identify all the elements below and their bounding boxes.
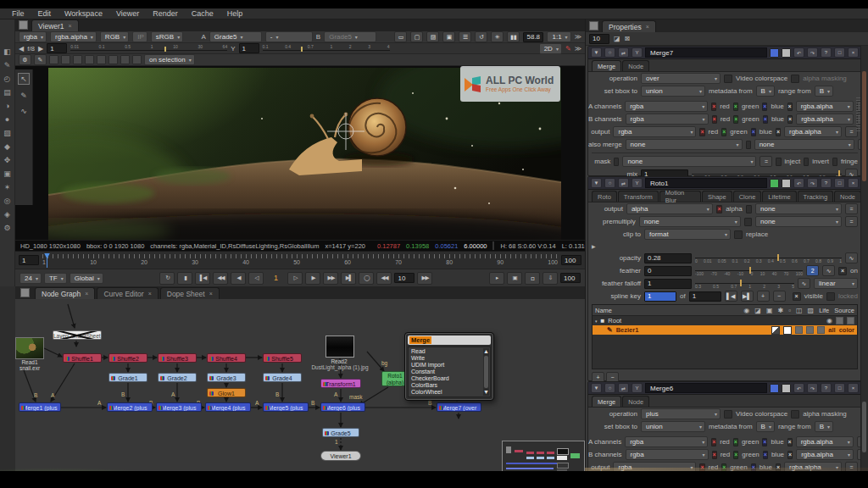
menu-item-write[interactable]: Write (411, 355, 481, 362)
tab-properties[interactable]: Properties (602, 20, 656, 32)
flipbook-icon[interactable]: ▸ (489, 272, 504, 285)
node-tree-icon[interactable]: Y (632, 383, 643, 393)
node-shuffle4[interactable]: Shuffle4 (207, 353, 246, 363)
checkerboard-icon[interactable]: ▨ (426, 31, 439, 42)
channel-set-dropdown[interactable]: rgba▾ (626, 114, 709, 125)
node-shuffle2[interactable]: Shuffle2 (108, 353, 147, 363)
roto-tab[interactable]: Lifetime (762, 191, 796, 202)
overlay-icon[interactable]: ▣ (442, 31, 455, 42)
tool-chip-7[interactable] (120, 55, 130, 64)
prev-key-button[interactable]: ▌◀ (725, 291, 737, 302)
menu-workspace[interactable]: Workspace (64, 9, 103, 18)
node-shuffle3[interactable]: Shuffle3 (158, 353, 197, 363)
menu-item-read[interactable]: Read (411, 348, 481, 355)
node-merge2[interactable]: Merge2 (plus (107, 402, 153, 412)
premult-checkbox[interactable]: × (744, 218, 752, 226)
pause-icon[interactable]: ▮▮ (507, 31, 520, 42)
range-start-field[interactable]: 1 (19, 255, 39, 265)
roto-tab[interactable]: Tracking (798, 191, 833, 202)
channel-set-dropdown[interactable]: rgba▾ (625, 436, 708, 447)
aux-dropdown[interactable]: none▾ (755, 203, 842, 214)
max-panels-field[interactable]: 10 (589, 34, 609, 44)
node-name-field[interactable]: Merge7 (645, 47, 767, 58)
feather-slider[interactable]: -100-70-40-100104070100 (695, 266, 803, 275)
close-panel-icon[interactable]: × (848, 383, 859, 393)
roto-tab[interactable]: Transform (618, 191, 659, 202)
range-end-field[interactable]: 100 (561, 255, 581, 265)
node-merge4[interactable]: Merge4 (plus (205, 402, 251, 412)
close-tab-icon[interactable] (69, 23, 72, 29)
prev-stop-icon[interactable]: ◀ (19, 45, 24, 53)
wipe-icon[interactable]: ▢ (410, 31, 423, 42)
menu-edit[interactable]: Edit (38, 9, 52, 18)
curve-icon[interactable]: ∿ (845, 252, 858, 263)
clear-panels-icon[interactable]: ⊠ (625, 35, 631, 42)
total-frames-field[interactable]: 100 (560, 273, 581, 283)
video-colorspace-checkbox[interactable]: × (724, 410, 732, 419)
red-checkbox[interactable]: × (711, 438, 716, 446)
help-icon[interactable]: ? (821, 383, 832, 393)
roto-tab[interactable]: Node (834, 191, 861, 202)
curve-tool-icon[interactable]: ∿ (20, 107, 27, 115)
range-dropdown[interactable]: B▾ (815, 421, 833, 432)
timeline-mode-dropdown[interactable]: TF▾ (44, 273, 67, 284)
curve-icon[interactable]: ∿ (822, 265, 835, 276)
toolbar-icon[interactable]: ◆ (4, 143, 10, 151)
nodegraph-canvas[interactable]: B A A B B A B A A B B A mask bg B A 1 La… (15, 299, 585, 471)
equals-button[interactable]: = (845, 203, 858, 214)
falloff-slider[interactable]: 0.30.50.71235 (695, 279, 794, 288)
node-merge7[interactable]: Merge7 (over (437, 402, 481, 412)
operation-dropdown[interactable]: plus▾ (641, 408, 721, 419)
equals-button[interactable]: = (760, 156, 772, 167)
channel-set-dropdown[interactable]: rgba▾ (626, 449, 709, 460)
tool-chip-2[interactable] (61, 55, 70, 64)
fullscreen-icon[interactable]: ▣ (507, 272, 522, 285)
red-checkbox[interactable]: × (712, 451, 717, 459)
toolbar-icon[interactable]: ◑ (5, 103, 9, 110)
tool-chip-3[interactable] (73, 55, 82, 64)
properties-scrollbar[interactable] (860, 46, 868, 471)
tab-curve-editor[interactable]: Curve Editor (97, 287, 158, 299)
video-colorspace-checkbox[interactable]: × (724, 75, 732, 83)
tab-dope-sheet[interactable]: Dope Sheet (160, 287, 220, 299)
tab-viewer1[interactable]: Viewer1 (31, 19, 79, 31)
tab-node[interactable]: Node (622, 60, 649, 71)
stop-button[interactable]: ◯ (359, 272, 374, 285)
alpha-channel-dropdown[interactable]: rgba.alpha▾ (796, 101, 854, 112)
close-panel-icon[interactable]: × (848, 178, 859, 188)
menu-file[interactable]: File (12, 9, 25, 18)
toolbar-icon[interactable]: ● (5, 116, 9, 124)
expander-icon[interactable]: ▶ (588, 243, 596, 249)
toolbar-icon[interactable]: ▤ (3, 89, 11, 97)
tab-node-graph[interactable]: Node Graph (35, 287, 95, 299)
alpha-checkbox[interactable]: × (776, 128, 781, 136)
green-checkbox[interactable]: × (721, 128, 726, 136)
fringe-checkbox[interactable]: × (832, 158, 837, 166)
nodegraph-minimap[interactable] (502, 441, 585, 471)
menu-help[interactable]: Help (227, 9, 243, 18)
node-tree-icon[interactable]: Y (632, 178, 643, 188)
proxy-ratio-dropdown[interactable]: 1:1▾ (547, 31, 570, 42)
output-dropdown[interactable]: alpha▾ (626, 203, 713, 214)
blue-checkbox[interactable]: × (762, 438, 767, 446)
opacity-field[interactable]: 0.28 (644, 253, 692, 263)
close-panel-icon[interactable]: × (848, 47, 859, 58)
guides-icon[interactable]: ☰ (459, 31, 471, 42)
node-grade2[interactable]: Grade2 (158, 373, 197, 382)
node-read2-thumbnail[interactable] (326, 336, 354, 358)
feather-type-button[interactable]: 2 (806, 265, 819, 276)
green-checkbox[interactable]: × (733, 438, 738, 446)
collapse-panel-icon[interactable]: ▼ (591, 178, 602, 188)
alpha-channel-dropdown[interactable]: rgba.alpha▾ (796, 114, 854, 125)
menu-cache[interactable]: Cache (192, 9, 214, 18)
range-dropdown[interactable]: B▾ (815, 86, 833, 97)
menu-item-udim-import[interactable]: UDIM import (411, 362, 481, 369)
red-checkbox[interactable]: × (699, 128, 704, 136)
frame-range-dropdown[interactable]: Global▾ (70, 273, 103, 284)
clip-to-dropdown[interactable]: format▾ (644, 229, 731, 240)
premultiply-dropdown[interactable]: none▾ (639, 216, 741, 227)
next-key-button[interactable]: ▶▌ (741, 291, 754, 302)
toolbar-icon[interactable]: ✎ (4, 62, 11, 69)
viewer-lut-dropdown[interactable]: sRGB▾ (151, 31, 183, 42)
lock-panels-icon[interactable]: ◪ (614, 35, 620, 42)
